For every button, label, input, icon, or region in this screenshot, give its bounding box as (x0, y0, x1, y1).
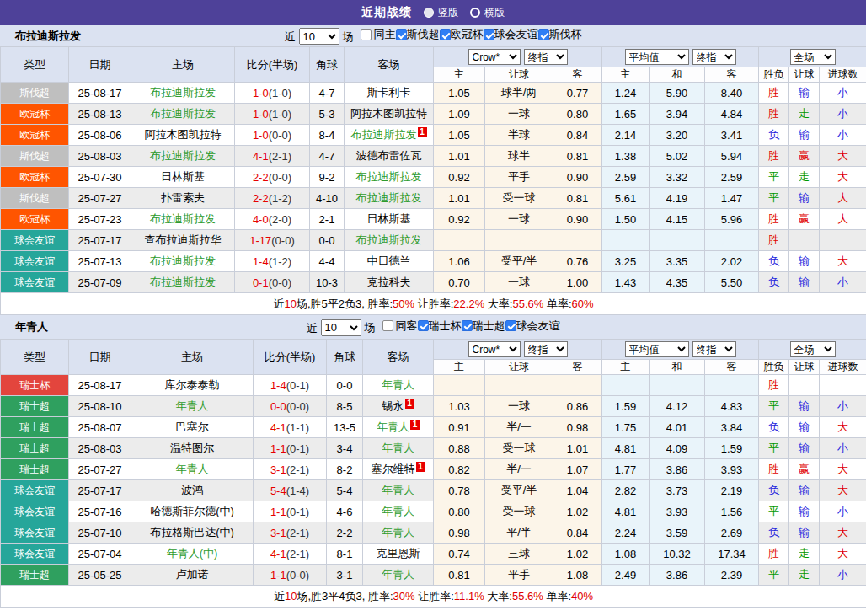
team-link[interactable]: 塞尔维特 (372, 463, 415, 475)
league-checkbox-0-label: 斯伐超 (407, 27, 440, 42)
cell-handicap-away: 0.98 (553, 417, 602, 438)
team-link[interactable]: 年青人 (382, 484, 414, 496)
avg-final-select[interactable]: 终指 (692, 49, 736, 65)
team-link[interactable]: 布拉迪斯拉发 (150, 149, 216, 162)
team-link[interactable]: 库尔泰泰勒 (165, 378, 220, 391)
team-link[interactable]: 布拉迪斯拉发 (351, 128, 417, 141)
same-side-checkbox[interactable]: 同主 (355, 27, 396, 42)
halftime-score: (0-0) (269, 171, 291, 184)
team-link[interactable]: 查布拉迪斯拉华 (145, 233, 222, 246)
team-link[interactable]: 年青人 (176, 399, 209, 412)
team-link[interactable]: 布拉迪斯拉发 (150, 86, 216, 99)
team-link[interactable]: 波德布雷佐瓦 (356, 149, 422, 162)
cell-avg-away (705, 230, 759, 251)
team-link[interactable]: 年青人 (176, 463, 209, 475)
cell-avg-away (705, 375, 759, 396)
odds-source-select[interactable]: Crow* (468, 49, 521, 65)
league-checkbox-0-label: 瑞士杯 (429, 319, 462, 334)
fulltime-score: 1-0 (253, 129, 269, 142)
team-link[interactable]: 克里恩斯 (377, 547, 420, 560)
cell-corners: 0-0 (327, 375, 363, 396)
league-checkbox-2[interactable]: 球会友谊 (484, 27, 538, 42)
league-checkbox-3[interactable]: 斯伐杯 (538, 27, 582, 42)
halftime-score: (1-2) (269, 192, 291, 205)
layout-radio-vertical[interactable]: 竖版 (424, 6, 458, 20)
team-link[interactable]: 扑雷索夫 (161, 191, 205, 204)
team-link[interactable]: 哈德斯菲尔德(中) (150, 505, 234, 517)
team-link[interactable]: 布拉迪斯拉发 (356, 170, 422, 183)
cell-away-team: 布拉迪斯拉发1 (345, 125, 434, 146)
team-link[interactable]: 年青人 (382, 505, 414, 517)
team-link[interactable]: 布拉迪斯拉发 (150, 212, 216, 225)
league-checkbox-0[interactable]: 瑞士杯 (418, 319, 462, 334)
fulltime-score: 3-1 (270, 527, 286, 539)
team-link[interactable]: 巴塞尔 (176, 420, 209, 433)
match-count-select[interactable]: 10 (299, 28, 339, 45)
league-checkbox-1[interactable]: 瑞士超 (462, 319, 505, 334)
avg-final-select[interactable]: 终指 (692, 341, 736, 357)
team-link[interactable]: 克拉科夫 (367, 276, 411, 288)
cell-match-type: 瑞士杯 (1, 375, 69, 396)
avg-select[interactable]: 平均值 (625, 49, 689, 65)
team-link[interactable]: 年青人 (382, 526, 414, 538)
cell-handicap-line: 平手 (485, 167, 553, 188)
checkbox-checked-icon[interactable] (505, 320, 516, 331)
team-link[interactable]: 年青人(中) (167, 547, 218, 560)
cell-handicap-home (434, 375, 485, 396)
layout-radio-horizontal[interactable]: 横版 (470, 6, 505, 20)
checkbox-unchecked-icon[interactable] (382, 320, 393, 331)
cell-corners: 4-7 (310, 83, 345, 104)
odds-final-select[interactable]: 终指 (524, 49, 568, 65)
team-link[interactable]: 年青人 (377, 420, 409, 433)
team-link[interactable]: 日林斯基 (367, 212, 411, 225)
cell-handicap-away (553, 230, 602, 251)
cell-handicap-home: 1.06 (434, 251, 485, 272)
cell-match-type: 斯伐超 (1, 83, 69, 104)
team-link[interactable]: 卢加诺 (176, 568, 209, 581)
match-count-select[interactable]: 10 (321, 319, 361, 336)
radio-unselected-icon[interactable] (470, 8, 480, 18)
cell-away-team: 阿拉木图凯拉特 (345, 104, 434, 125)
team-link[interactable]: 日林斯基 (161, 170, 205, 183)
same-side-checkbox[interactable]: 同客 (377, 319, 418, 334)
checkbox-checked-icon[interactable] (484, 29, 494, 40)
team-link[interactable]: 布拉格斯巴达(中) (150, 526, 234, 538)
checkbox-checked-icon[interactable] (462, 320, 473, 331)
team-link[interactable]: 年青人 (382, 568, 414, 581)
team-link[interactable]: 年青人 (382, 442, 414, 454)
team-link[interactable]: 布拉迪斯拉发 (356, 233, 422, 246)
checkbox-checked-icon[interactable] (538, 29, 549, 40)
cell-handicap-line: 受一球 (485, 501, 553, 522)
team-link[interactable]: 波鸿 (181, 484, 203, 496)
cell-match-type: 球会友谊 (1, 544, 69, 565)
checkbox-unchecked-icon[interactable] (361, 29, 372, 40)
team-link[interactable]: 阿拉木图凯拉特 (145, 128, 222, 141)
league-checkbox-0[interactable]: 斯伐超 (396, 27, 440, 42)
team-link[interactable]: 布拉迪斯拉发 (150, 276, 216, 288)
team-link[interactable]: 年青人 (382, 378, 414, 391)
halftime-score: (2-0) (269, 213, 291, 226)
team-link[interactable]: 斯卡利卡 (367, 86, 411, 99)
odds-source-select[interactable]: Crow* (468, 341, 521, 357)
team-link[interactable]: 阿拉木图凯拉特 (350, 107, 427, 120)
team-link[interactable]: 布拉迪斯拉发 (356, 191, 422, 204)
odds-final-select[interactable]: 终指 (524, 341, 568, 357)
team-link[interactable]: 温特图尔 (170, 442, 214, 454)
team-link[interactable]: 布拉迪斯拉发 (150, 107, 216, 120)
league-checkbox-1[interactable]: 欧冠杯 (440, 27, 484, 42)
scope-select[interactable]: 全场 (790, 49, 836, 65)
cell-corners: 4-10 (310, 188, 345, 209)
team-link[interactable]: 锡永 (382, 399, 404, 412)
team-link[interactable]: 布拉迪斯拉发 (150, 254, 216, 267)
avg-select[interactable]: 平均值 (625, 341, 689, 357)
league-checkbox-2[interactable]: 球会友谊 (505, 319, 560, 334)
radio-selected-icon[interactable] (424, 8, 434, 18)
cell-home-team: 布拉迪斯拉发 (131, 209, 235, 230)
team-link[interactable]: 中日德兰 (367, 254, 411, 267)
cell-date: 25-07-27 (69, 188, 131, 209)
cell-away-team: 波德布雷佐瓦 (345, 146, 434, 167)
checkbox-checked-icon[interactable] (418, 320, 429, 331)
scope-select[interactable]: 全场 (790, 341, 836, 357)
checkbox-checked-icon[interactable] (440, 29, 451, 40)
checkbox-checked-icon[interactable] (396, 29, 407, 40)
